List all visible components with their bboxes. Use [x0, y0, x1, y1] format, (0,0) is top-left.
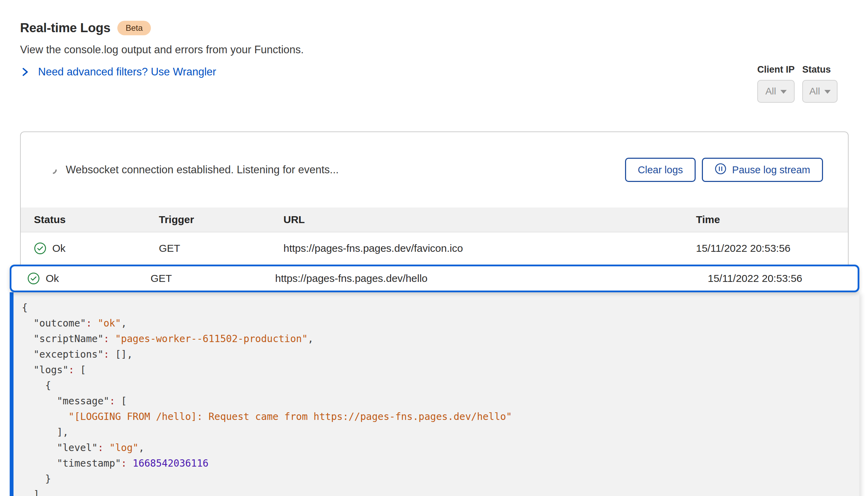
client-ip-filter: Client IP All [757, 64, 795, 103]
time-cell: 15/11/2022 20:53:56 [696, 242, 848, 254]
success-check-icon [27, 272, 40, 285]
status-cell: Ok [27, 272, 151, 285]
clear-logs-button[interactable]: Clear logs [625, 158, 696, 182]
caret-down-icon [824, 90, 831, 94]
clear-logs-label: Clear logs [638, 164, 683, 176]
pause-log-stream-button[interactable]: Pause log stream [702, 158, 823, 182]
column-header-time: Time [696, 214, 848, 226]
status-filter: Status All [802, 64, 838, 103]
realtime-logs-page: Real-time Logs Beta View the console.log… [0, 0, 868, 496]
table-row[interactable]: Ok GET https://pages-fns.pages.dev/favic… [21, 232, 848, 264]
time-cell: 15/11/2022 20:53:56 [708, 273, 858, 284]
status-text: Ok [52, 242, 65, 254]
pause-log-stream-label: Pause log stream [732, 164, 810, 176]
success-check-icon [34, 242, 46, 255]
trigger-cell: GET [151, 273, 275, 284]
log-json-code: { "outcome": "ok", "scriptName": "pages-… [22, 300, 859, 496]
status-value: All [809, 86, 820, 97]
url-cell: https://pages-fns.pages.dev/hello [275, 273, 708, 284]
page-title: Real-time Logs [20, 21, 110, 35]
status-label: Status [802, 64, 838, 75]
url-cell: https://pages-fns.pages.dev/favicon.ico [283, 242, 696, 254]
beta-badge: Beta [117, 21, 151, 35]
filters: Client IP All Status All [757, 64, 838, 103]
client-ip-value: All [765, 86, 776, 97]
status-text: Ok [46, 273, 59, 284]
status-dropdown[interactable]: All [802, 80, 838, 103]
title-row: Real-time Logs Beta [20, 21, 848, 35]
column-header-status: Status [34, 214, 159, 226]
status-cell: Ok [34, 242, 159, 255]
log-detail-panel: { "outcome": "ok", "scriptName": "pages-… [10, 292, 859, 496]
page-header: Real-time Logs Beta View the console.log… [20, 21, 848, 78]
spinner-icon [47, 164, 58, 176]
table-row-expanded[interactable]: Ok GET https://pages-fns.pages.dev/hello… [10, 265, 859, 292]
table-header: Status Trigger URL Time [21, 208, 848, 232]
trigger-cell: GET [159, 242, 283, 254]
pause-icon [715, 163, 726, 177]
websocket-status-row: Websocket connection established. Listen… [21, 132, 848, 208]
wrangler-link[interactable]: Need advanced filters? Use Wrangler [38, 66, 216, 78]
websocket-status-text: Websocket connection established. Listen… [66, 164, 339, 176]
chevron-right-icon [20, 66, 30, 77]
log-actions: Clear logs Pause log stream [625, 158, 823, 182]
column-header-url: URL [283, 214, 696, 226]
caret-down-icon [780, 90, 787, 94]
client-ip-dropdown[interactable]: All [757, 80, 795, 103]
page-subtitle: View the console.log output and errors f… [20, 44, 848, 56]
column-header-trigger: Trigger [159, 214, 283, 226]
wrangler-link-row[interactable]: Need advanced filters? Use Wrangler [20, 66, 848, 78]
client-ip-label: Client IP [757, 64, 795, 75]
websocket-status: Websocket connection established. Listen… [48, 164, 339, 176]
